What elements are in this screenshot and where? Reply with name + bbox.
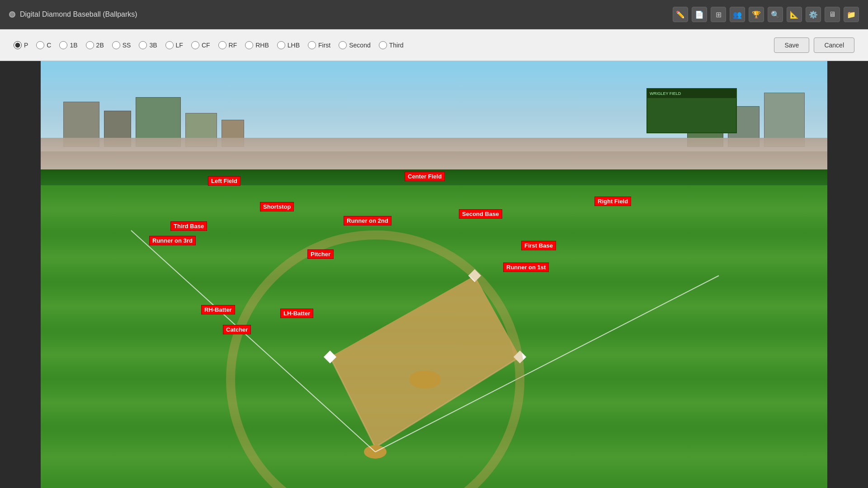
- label-runner-on-1st[interactable]: Runner on 1st: [503, 263, 549, 272]
- label-rh-batter[interactable]: RH-Batter: [201, 305, 235, 314]
- label-first-base[interactable]: First Base: [521, 241, 556, 250]
- toolbar-layers[interactable]: 🖥: [825, 7, 840, 22]
- save-button[interactable]: Save: [774, 38, 809, 53]
- label-lh-batter[interactable]: LH-Batter: [280, 309, 313, 318]
- right-frame: [827, 61, 868, 488]
- radio-RF[interactable]: RF: [218, 41, 237, 49]
- title-bar: Digital Diamond Baseball (Ballparks) ✏️ …: [0, 0, 868, 29]
- infield-svg: [41, 185, 827, 488]
- toolbar-people[interactable]: 👥: [730, 7, 745, 22]
- left-frame: [0, 61, 41, 488]
- radio-Third[interactable]: Third: [379, 41, 404, 49]
- svg-point-3: [409, 371, 441, 389]
- toolbar-gear[interactable]: ⚙️: [806, 7, 821, 22]
- radio-LF[interactable]: LF: [165, 41, 183, 49]
- radio-C[interactable]: C: [36, 41, 51, 49]
- app-icon: [9, 11, 15, 18]
- radio-CF[interactable]: CF: [191, 41, 210, 49]
- toolbar-trophy[interactable]: 🏆: [749, 7, 764, 22]
- main-area: WRIGLEY FIELD: [0, 61, 868, 488]
- svg-marker-0: [330, 276, 520, 447]
- label-runner-on-2nd[interactable]: Runner on 2nd: [344, 216, 392, 225]
- toolbar-search[interactable]: 🔍: [768, 7, 783, 22]
- label-center-field[interactable]: Center Field: [405, 172, 445, 181]
- label-left-field[interactable]: Left Field: [208, 176, 241, 186]
- radio-Second[interactable]: Second: [339, 41, 370, 49]
- toolbar-folder[interactable]: 📁: [844, 7, 859, 22]
- radio-2B[interactable]: 2B: [86, 41, 104, 49]
- radio-bar-buttons: Save Cancel: [774, 38, 854, 53]
- radio-RHB[interactable]: RHB: [245, 41, 269, 49]
- scoreboard: WRIGLEY FIELD: [646, 88, 737, 133]
- label-pitcher[interactable]: Pitcher: [307, 249, 334, 259]
- radio-P[interactable]: P: [14, 41, 28, 49]
- radio-SS[interactable]: SS: [112, 41, 131, 49]
- radio-3B[interactable]: 3B: [139, 41, 157, 49]
- radio-First[interactable]: First: [308, 41, 330, 49]
- toolbar-pencil[interactable]: ✏️: [673, 7, 688, 22]
- cancel-button[interactable]: Cancel: [814, 38, 854, 53]
- toolbar-ruler[interactable]: 📐: [787, 7, 802, 22]
- svg-line-8: [131, 230, 375, 452]
- label-catcher[interactable]: Catcher: [223, 325, 251, 334]
- radio-LHB[interactable]: LHB: [277, 41, 300, 49]
- toolbar: ✏️ 📄 ⊞ 👥 🏆 🔍 📐 ⚙️ 🖥 📁: [673, 7, 859, 22]
- label-shortstop[interactable]: Shortstop: [260, 202, 294, 211]
- label-right-field[interactable]: Right Field: [594, 197, 631, 206]
- label-runner-on-3rd[interactable]: Runner on 3rd: [149, 236, 196, 245]
- radio-bar: P C 1B 2B SS 3B LF CF RF RHB LHB Fi: [0, 29, 868, 61]
- toolbar-grid[interactable]: ⊞: [711, 7, 726, 22]
- label-second-base[interactable]: Second Base: [459, 209, 502, 219]
- app-title: Digital Diamond Baseball (Ballparks): [20, 10, 137, 19]
- toolbar-document[interactable]: 📄: [692, 7, 707, 22]
- radio-1B[interactable]: 1B: [59, 41, 77, 49]
- label-third-base[interactable]: Third Base: [170, 221, 207, 231]
- title-left: Digital Diamond Baseball (Ballparks): [9, 10, 137, 19]
- stadium-view: WRIGLEY FIELD: [41, 61, 827, 488]
